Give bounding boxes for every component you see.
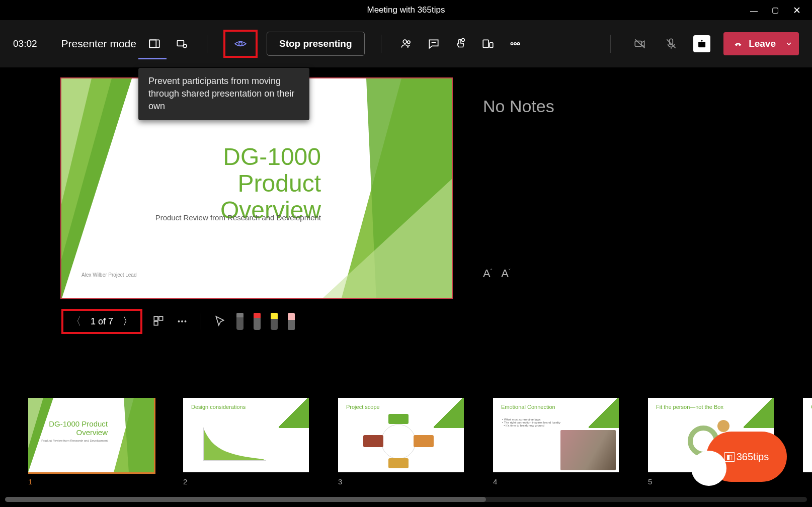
svg-rect-2 — [177, 41, 184, 46]
thumb-number: 2 — [183, 477, 309, 486]
svg-rect-0 — [149, 40, 159, 47]
meeting-toolbar: 03:02 Presenter mode Stop presenting — [0, 20, 812, 67]
font-size-controls: Aˆ Aˇ — [483, 267, 812, 280]
next-slide-button[interactable]: 〉 — [122, 314, 133, 329]
thumb-number: 3 — [338, 477, 464, 486]
svg-point-11 — [511, 43, 513, 45]
slide-title: DG-1000 Product Overview — [142, 144, 321, 223]
svg-point-5 — [403, 40, 407, 43]
popout-icon[interactable] — [173, 35, 191, 53]
minimize-button[interactable]: — — [750, 6, 758, 15]
presenter-mode-underline — [138, 58, 167, 59]
eraser[interactable] — [288, 313, 295, 330]
svg-point-30 — [181, 320, 183, 322]
thumbnail-1[interactable]: DG-1000 Product Overview Product Review … — [28, 398, 154, 486]
presenter-mode-label[interactable]: Presenter mode — [61, 38, 136, 50]
logo-watermark: ◧ 365tips — [706, 432, 787, 482]
svg-rect-1 — [149, 40, 156, 47]
slide-counter: 1 of 7 — [91, 316, 113, 327]
separator — [610, 35, 611, 53]
svg-rect-42 — [363, 435, 383, 447]
highlighter-yellow[interactable] — [271, 313, 278, 330]
svg-point-13 — [517, 43, 519, 45]
close-button[interactable]: ✕ — [793, 5, 801, 16]
svg-point-8 — [461, 39, 464, 42]
prevent-navigation-icon[interactable] — [231, 35, 250, 53]
no-notes-label: No Notes — [483, 97, 812, 116]
thumb-title: Project scope — [346, 404, 380, 410]
svg-rect-10 — [490, 43, 493, 48]
horizontal-scrollbar[interactable] — [5, 497, 807, 502]
svg-rect-39 — [388, 414, 409, 424]
mic-off-icon[interactable] — [662, 35, 680, 53]
svg-rect-28 — [154, 321, 158, 325]
thumb-number: 4 — [493, 477, 619, 486]
share-icon[interactable] — [693, 35, 710, 52]
thumbnail-2[interactable]: Design considerations 2 — [183, 398, 309, 486]
separator — [381, 35, 381, 53]
stop-presenting-button[interactable]: Stop presenting — [267, 32, 365, 56]
layout-icon[interactable] — [145, 35, 164, 53]
svg-rect-9 — [483, 40, 489, 47]
titlebar: Meeting with 365tips — ▢ ✕ — [0, 0, 812, 20]
leave-button[interactable]: Leave — [723, 32, 785, 55]
reactions-icon[interactable] — [452, 35, 470, 53]
separator — [201, 313, 201, 329]
private-view-highlight — [223, 30, 258, 58]
rooms-icon[interactable] — [479, 35, 497, 53]
notes-panel: No Notes Aˆ Aˇ — [453, 77, 812, 399]
leave-dropdown[interactable] — [779, 32, 799, 55]
svg-point-12 — [514, 43, 516, 45]
separator — [207, 35, 207, 53]
slide-controls: 〈 1 of 7 〉 — [60, 309, 453, 334]
presentation-area: DG-1000 Product Overview Product Review … — [0, 67, 812, 409]
thumb-number: 1 — [28, 477, 154, 486]
slide-nav-highlight: 〈 1 of 7 〉 — [61, 309, 142, 334]
thumb-title: Emotional Connection — [501, 404, 555, 410]
pen-black[interactable] — [236, 313, 243, 330]
logo-text: 365tips — [737, 451, 769, 463]
svg-rect-41 — [388, 458, 409, 468]
pen-red[interactable] — [254, 313, 261, 330]
window-controls: — ▢ ✕ — [750, 0, 812, 20]
tooltip: Prevent participants from moving through… — [138, 68, 309, 120]
more-tools-icon[interactable] — [176, 315, 189, 328]
thumb-sub: Product Review from Research and Develop… — [41, 439, 108, 442]
scrollbar-thumb[interactable] — [5, 497, 486, 502]
window-title: Meeting with 365tips — [367, 5, 445, 15]
camera-off-icon[interactable] — [631, 35, 649, 53]
thumbnail-4[interactable]: Emotional Connection • What most connect… — [493, 398, 619, 486]
maximize-button[interactable]: ▢ — [772, 6, 779, 15]
svg-rect-26 — [154, 316, 158, 320]
svg-point-4 — [239, 42, 242, 46]
thumbnail-6[interactable]: Current tre — [803, 398, 812, 486]
font-decrease-button[interactable]: Aˇ — [501, 267, 510, 280]
cursor-icon[interactable] — [213, 315, 226, 328]
svg-point-38 — [381, 425, 416, 459]
thumbnail-3[interactable]: Project scope 3 — [338, 398, 464, 486]
svg-point-31 — [185, 320, 187, 322]
slide-footer: Alex Wilber Project Lead — [82, 272, 137, 278]
svg-rect-40 — [414, 435, 434, 447]
font-increase-button[interactable]: Aˆ — [483, 267, 492, 280]
svg-point-6 — [407, 41, 410, 43]
prev-slide-button[interactable]: 〈 — [70, 314, 82, 329]
more-icon[interactable] — [506, 35, 524, 53]
svg-marker-35 — [124, 398, 154, 472]
grid-view-icon[interactable] — [152, 315, 166, 328]
svg-point-44 — [717, 420, 729, 432]
leave-label: Leave — [749, 38, 776, 49]
meeting-timer: 03:02 — [13, 38, 37, 49]
people-icon[interactable] — [397, 35, 416, 53]
svg-rect-27 — [159, 316, 163, 320]
thumb-title: Design considerations — [191, 404, 246, 410]
thumb-title: Fit the person—not the Box — [656, 404, 723, 410]
slide-panel: DG-1000 Product Overview Product Review … — [0, 77, 453, 399]
thumb-title: DG-1000 Product Overview — [28, 420, 108, 437]
svg-point-29 — [178, 320, 180, 322]
slide-subtitle: Product Review from Research and Develop… — [142, 213, 321, 222]
chat-icon[interactable] — [425, 35, 443, 53]
